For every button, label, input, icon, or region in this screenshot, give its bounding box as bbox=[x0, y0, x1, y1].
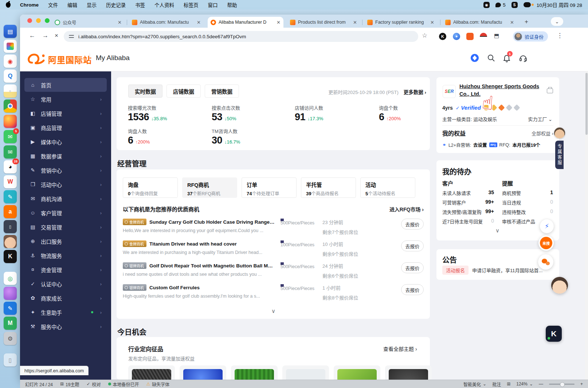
laisou-float-button[interactable]: 来搜 bbox=[538, 235, 554, 251]
menu-edit[interactable]: 编辑 bbox=[67, 1, 77, 8]
new-tab-button[interactable]: + bbox=[525, 18, 528, 26]
notes-icon[interactable]: ≡ bbox=[4, 85, 17, 98]
quote-button[interactable]: 去报价 bbox=[401, 284, 424, 295]
menu-view[interactable]: 显示 bbox=[87, 1, 97, 8]
rfq-row[interactable]: 金牌商机Sunday Carry Golf Club Holder Case D… bbox=[123, 219, 424, 239]
avatar-app-icon[interactable] bbox=[4, 235, 17, 248]
rfq-title[interactable]: Golf Divot Repair Tool with Magnetic But… bbox=[149, 263, 275, 269]
trash-icon[interactable]: ▯ bbox=[4, 353, 17, 367]
missing-fonts-warning[interactable]: ⚠缺失字体 bbox=[146, 381, 170, 387]
tab-marketing-data[interactable]: 营销数据 bbox=[205, 85, 239, 98]
menu-window[interactable]: 窗口 bbox=[208, 1, 218, 8]
k-app-icon[interactable]: K bbox=[4, 250, 17, 263]
tab-alibaba-dashboard-active[interactable]: Alibaba Manufacturer D ✕ bbox=[208, 17, 283, 28]
todo-row[interactable]: 可营销客户99+ bbox=[442, 199, 494, 206]
zoom-in-button[interactable]: + bbox=[580, 381, 583, 387]
pokeball-extension-icon[interactable] bbox=[480, 33, 487, 40]
todo-row[interactable]: 商机预警1 bbox=[502, 189, 553, 196]
card-activities[interactable]: 活动5个活动待报名 bbox=[360, 177, 415, 198]
alibaba-logo-icon[interactable] bbox=[27, 52, 46, 66]
zoom-slider[interactable] bbox=[549, 384, 575, 385]
menu-file[interactable]: 文件 bbox=[48, 1, 58, 8]
sidebar-item-shop-management[interactable]: ◧店铺管理› bbox=[24, 106, 107, 120]
strength-factory-dropdown[interactable]: 实力工厂 ⌄ bbox=[528, 115, 552, 122]
site-controls-icon[interactable] bbox=[69, 34, 74, 39]
tab-realtime-data[interactable]: 实时数据 bbox=[128, 85, 162, 98]
smart-beautify-button[interactable]: 智能美化⌄ bbox=[463, 381, 486, 387]
card-inquiries[interactable]: 询盘0个询盘待回复 bbox=[123, 177, 178, 198]
rfq-market-link[interactable]: 进入RFQ市场 › bbox=[389, 205, 424, 213]
extension-k-icon[interactable]: K bbox=[439, 33, 446, 40]
sidebar-item-home[interactable]: ⌂首页 bbox=[24, 78, 107, 92]
tab-close-icon[interactable]: ✕ bbox=[118, 20, 122, 25]
window-minimize-button[interactable] bbox=[36, 18, 41, 23]
tab-shop-data[interactable]: 店铺数据 bbox=[166, 85, 201, 98]
k-widget-button[interactable]: K bbox=[546, 326, 562, 342]
tab-close-icon[interactable]: ✕ bbox=[197, 20, 201, 25]
all-benefits-link[interactable]: 全部权益 › bbox=[532, 130, 553, 137]
notice-item[interactable]: 活动报名 申请订单融资，享11月国际站首... bbox=[442, 266, 552, 275]
sidebar-item-business-assistant[interactable]: ✦生意助手› bbox=[24, 305, 107, 319]
extension-diamond-icon[interactable]: ✦ bbox=[453, 33, 460, 40]
company-name-link[interactable]: Huizhou Shenger Sports Goods Co., Ltd. bbox=[459, 83, 542, 98]
sidebar-item-data-advisor[interactable]: ▦数据参谋› bbox=[24, 149, 107, 163]
screen-record-icon[interactable]: ◉ bbox=[483, 2, 490, 8]
chrome-icon[interactable] bbox=[4, 99, 17, 113]
proofread-button[interactable]: ✓校对 bbox=[86, 381, 101, 387]
view-all-topics-link[interactable]: 查看全部主题 › bbox=[383, 345, 417, 352]
expand-more-icon[interactable]: ∨ bbox=[495, 227, 499, 234]
tab-close-icon[interactable]: ✕ bbox=[430, 20, 434, 25]
tab-alibaba-manufacturers-1[interactable]: Alibaba.com: Manufactu ✕ bbox=[129, 17, 204, 28]
address-bar[interactable]: i.alibaba.com/index.htm?spm=a2700.suppli… bbox=[64, 31, 418, 42]
local-backup-status[interactable]: 本地备份已开 bbox=[108, 381, 139, 387]
sidebar-item-favorites[interactable]: ☆常用› bbox=[24, 92, 107, 106]
assistant-avatar-button[interactable] bbox=[551, 277, 568, 294]
stop-loading-icon[interactable]: × bbox=[55, 32, 58, 39]
launchpad-icon[interactable] bbox=[4, 40, 17, 53]
sidebar-item-service-center[interactable]: ⚒服务中心› bbox=[24, 320, 107, 333]
sidebar-item-activity-center[interactable]: ❒活动中心› bbox=[24, 177, 107, 191]
card-semi-managed[interactable]: 半托管39个商品待报名 bbox=[301, 177, 356, 198]
customer-service-avatar[interactable] bbox=[554, 128, 565, 138]
sidebar-item-media-center[interactable]: ▶媒体中心› bbox=[24, 135, 107, 149]
window-zoom-button[interactable] bbox=[45, 18, 50, 23]
supplier-app-icon[interactable] bbox=[470, 54, 479, 62]
qq-icon[interactable]: ◕28 bbox=[4, 160, 17, 173]
menu-history[interactable]: 历史记录 bbox=[106, 1, 126, 8]
sidebar-item-business-communication[interactable]: ✉商机沟通› bbox=[24, 192, 107, 205]
tab-alibaba-manufacturers-2[interactable]: Alibaba.com: Manufactu ✕ bbox=[442, 17, 517, 28]
screen-mirror-app-icon[interactable]: ▯ bbox=[4, 220, 17, 233]
scrollbar-thumb[interactable] bbox=[585, 73, 588, 135]
tab-products-list[interactable]: Products list direct from ✕ bbox=[287, 17, 360, 28]
menubar-app-name[interactable]: Chrome bbox=[20, 2, 39, 8]
menu-tabs[interactable]: 标签页 bbox=[184, 1, 199, 8]
menu-bookmarks[interactable]: 书签 bbox=[135, 1, 145, 8]
wechat-icon[interactable]: ✉5 bbox=[4, 130, 17, 143]
menu-help[interactable]: 帮助 bbox=[227, 1, 237, 8]
teal-app-icon[interactable]: ✎ bbox=[4, 190, 17, 203]
l2-setup-link[interactable]: 去设置 bbox=[473, 141, 487, 148]
card-rfq-opportunities[interactable]: RFQ商机37个新RFQ商机 bbox=[182, 177, 237, 198]
zoom-level[interactable]: 124%⌄ bbox=[516, 381, 533, 387]
firefox-icon[interactable] bbox=[4, 115, 17, 128]
menubar-clock[interactable]: 10月30日 周四 09 28 bbox=[537, 1, 582, 8]
rfq-row[interactable]: 银牌商机Custom Golf Ferrules High-quality fe… bbox=[123, 284, 424, 305]
sidebar-item-export-services[interactable]: ⊕出口服务› bbox=[24, 234, 107, 248]
menu-profiles[interactable]: 个人资料 bbox=[154, 1, 174, 8]
surge-icon[interactable]: S bbox=[511, 2, 518, 8]
annotate-button[interactable]: 批注 bbox=[492, 381, 501, 387]
more-data-link[interactable]: 更多数据 › bbox=[404, 88, 426, 95]
extensions-puzzle-icon[interactable]: ⬒ bbox=[494, 32, 499, 39]
rfq-title[interactable]: Custom Golf Ferrules bbox=[149, 285, 200, 290]
todo-row[interactable]: 未读人脉请求35 bbox=[442, 189, 494, 196]
card-orders[interactable]: 订单74个待处理订单 bbox=[242, 177, 297, 198]
apple-menu-icon[interactable] bbox=[6, 2, 11, 8]
blue-app-icon[interactable]: ▤ bbox=[4, 25, 17, 38]
sidebar-item-product-management[interactable]: ▣商品管理› bbox=[24, 121, 107, 134]
tab-close-icon[interactable]: ✕ bbox=[277, 20, 281, 25]
sidebar-item-logistics-services[interactable]: ⚓物流服务› bbox=[24, 248, 107, 262]
sidebar-item-trade-management[interactable]: ▤交易管理› bbox=[24, 220, 107, 234]
todo-row[interactable]: 当日违规0 bbox=[502, 199, 553, 206]
extension-orange-icon[interactable] bbox=[466, 33, 474, 40]
expand-more-icon[interactable]: ∨ bbox=[271, 308, 275, 314]
